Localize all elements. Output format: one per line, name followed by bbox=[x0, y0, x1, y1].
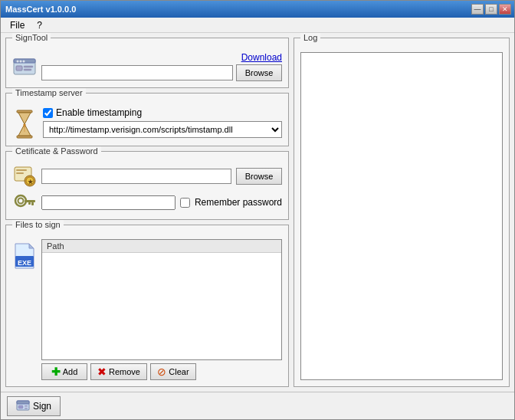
certificate-icon: ★ bbox=[12, 166, 37, 187]
remove-icon: ✖ bbox=[97, 366, 107, 378]
main-window: MassCert v1.0.0.0 — □ ✕ File ? SignTool bbox=[0, 0, 515, 420]
cert-row: ★ Browse bbox=[12, 166, 282, 187]
signtool-icon bbox=[12, 54, 37, 79]
exe-file-svg: EXE bbox=[12, 242, 37, 270]
add-icon: ✚ bbox=[51, 366, 61, 378]
right-panel: Log bbox=[294, 38, 510, 387]
menu-bar: File ? bbox=[1, 18, 514, 33]
menu-help[interactable]: ? bbox=[31, 18, 48, 32]
enable-timestamp-checkbox[interactable] bbox=[43, 108, 53, 118]
svg-rect-12 bbox=[16, 169, 27, 171]
certificate-group-label: Cetificate & Password bbox=[12, 146, 101, 156]
cert-path-input[interactable] bbox=[41, 169, 231, 184]
timestamp-group: Timestamp server bbox=[5, 93, 289, 146]
bottom-bar: Sign bbox=[1, 392, 514, 419]
svg-point-17 bbox=[15, 195, 26, 206]
signtool-right: Download Browse bbox=[41, 52, 282, 81]
svg-point-5 bbox=[17, 61, 19, 63]
svg-point-7 bbox=[23, 61, 25, 63]
menu-file[interactable]: File bbox=[4, 18, 31, 32]
svg-point-18 bbox=[18, 199, 24, 204]
remember-password-checkbox[interactable] bbox=[180, 198, 190, 208]
clear-button[interactable]: ⊘ Clear bbox=[150, 363, 196, 380]
svg-point-6 bbox=[20, 61, 22, 63]
files-group: Files to sign EXE Path bbox=[5, 225, 289, 387]
hourglass-svg bbox=[12, 109, 37, 139]
svg-rect-25 bbox=[17, 401, 29, 404]
svg-text:EXE: EXE bbox=[18, 259, 31, 267]
files-actions: ✚ Add ✖ Remove ⊘ Clear bbox=[41, 363, 282, 380]
signtool-input-row: Browse bbox=[41, 64, 282, 81]
sign-button-icon bbox=[16, 400, 30, 412]
files-list[interactable]: Path bbox=[41, 239, 282, 360]
clear-icon: ⊘ bbox=[157, 366, 166, 378]
key-icon bbox=[12, 192, 37, 213]
key-svg bbox=[13, 192, 36, 213]
password-row: Remember password bbox=[12, 192, 282, 213]
sign-button[interactable]: Sign bbox=[7, 396, 61, 416]
password-input[interactable] bbox=[41, 195, 175, 210]
signtool-group: SignTool bbox=[5, 38, 289, 88]
signtool-content: Download Browse bbox=[12, 52, 282, 81]
svg-rect-21 bbox=[28, 202, 31, 205]
timestamp-group-label: Timestamp server bbox=[12, 88, 86, 97]
download-link[interactable]: Download bbox=[41, 52, 282, 63]
add-button[interactable]: ✚ Add bbox=[41, 363, 87, 380]
maximize-button[interactable]: □ bbox=[485, 4, 497, 15]
log-content bbox=[300, 52, 503, 380]
certificate-group: Cetificate & Password ★ bbox=[5, 151, 289, 220]
enable-timestamp-row: Enable timestamping bbox=[43, 107, 282, 118]
signtool-browse-button[interactable]: Browse bbox=[236, 64, 282, 81]
svg-rect-4 bbox=[24, 69, 31, 71]
sign-button-label: Sign bbox=[33, 401, 51, 412]
svg-rect-27 bbox=[25, 405, 28, 407]
log-group: Log bbox=[294, 38, 510, 387]
svg-text:★: ★ bbox=[28, 179, 34, 185]
left-panel: SignTool bbox=[5, 38, 289, 387]
exe-file-icon: EXE bbox=[12, 239, 37, 380]
minimize-button[interactable]: — bbox=[471, 4, 484, 15]
enable-timestamp-label: Enable timestamping bbox=[56, 107, 142, 118]
files-right: Path ✚ Add ✖ Remove bbox=[41, 239, 282, 380]
gear-icon bbox=[12, 54, 37, 79]
svg-rect-28 bbox=[25, 408, 28, 409]
svg-rect-26 bbox=[18, 405, 23, 409]
cert-content: ★ Browse bbox=[12, 166, 282, 213]
log-group-label: Log bbox=[300, 33, 320, 42]
close-button[interactable]: ✕ bbox=[499, 4, 511, 15]
svg-rect-3 bbox=[24, 66, 33, 67]
files-group-label: Files to sign bbox=[12, 220, 64, 229]
timestamp-right: Enable timestamping http://timestamp.ver… bbox=[43, 107, 282, 138]
signtool-group-label: SignTool bbox=[12, 33, 51, 42]
cert-browse-button[interactable]: Browse bbox=[236, 168, 282, 185]
timestamp-content: Enable timestamping http://timestamp.ver… bbox=[12, 107, 282, 139]
svg-rect-20 bbox=[31, 202, 34, 205]
cert-svg: ★ bbox=[13, 166, 36, 187]
svg-rect-2 bbox=[16, 66, 22, 71]
window-title: MassCert v1.0.0.0 bbox=[4, 5, 76, 14]
signtool-path-input[interactable] bbox=[41, 65, 233, 80]
title-bar: MassCert v1.0.0.0 — □ ✕ bbox=[1, 1, 514, 18]
svg-rect-19 bbox=[25, 200, 35, 202]
hourglass-icon bbox=[12, 109, 37, 139]
remove-button[interactable]: ✖ Remove bbox=[90, 363, 147, 380]
title-bar-controls: — □ ✕ bbox=[471, 4, 511, 15]
remember-password-label: Remember password bbox=[195, 197, 282, 208]
main-content: SignTool bbox=[1, 33, 514, 392]
files-list-header: Path bbox=[42, 240, 281, 253]
timestamp-url-select[interactable]: http://timestamp.verisign.com/scripts/ti… bbox=[43, 121, 282, 138]
files-group-inner: EXE Path ✚ Add ✖ bbox=[12, 239, 282, 380]
svg-rect-13 bbox=[16, 172, 24, 174]
